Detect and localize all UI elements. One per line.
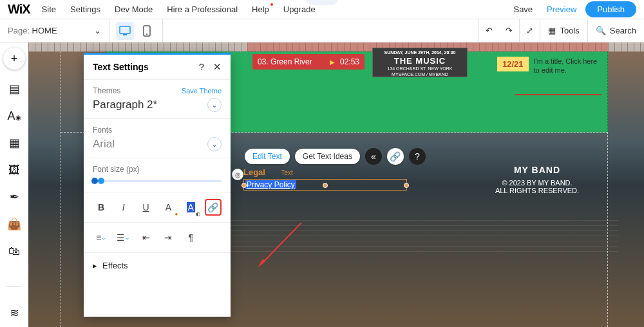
list-button[interactable]: ☰⌄	[115, 229, 132, 246]
event-date: 12/21	[497, 57, 529, 71]
privacy-policy-link[interactable]: Privacy Policy	[245, 180, 296, 189]
text-color-button[interactable]: A●	[160, 199, 176, 216]
resize-handle[interactable]	[242, 183, 247, 188]
menu-settings[interactable]: Settings	[70, 5, 100, 14]
font-value: Arial	[93, 138, 115, 151]
tools-button[interactable]: ▦Tools	[540, 19, 587, 42]
indent-less-button[interactable]: ⇤	[138, 229, 155, 246]
play-icon[interactable]: ▶	[330, 59, 335, 66]
collapse-icon: ⤢	[526, 26, 533, 35]
effects-row[interactable]: ▸ Effects	[84, 253, 231, 278]
svg-rect-0	[120, 26, 130, 33]
fonts-section: Fonts Arial ⌄	[84, 119, 231, 158]
pen-icon: ✒	[10, 190, 19, 204]
flyer-url: MYSPACE.COM / MYBAND	[373, 72, 467, 78]
undo-button[interactable]: ↶	[478, 19, 499, 42]
media-button[interactable]: 🖼	[6, 162, 22, 178]
help-pill-button[interactable]: ?	[409, 148, 426, 165]
theme-value: Paragraph 2*	[93, 98, 157, 111]
copyright-text: © 2023 BY MY BAND.	[479, 179, 595, 187]
event-underline	[515, 94, 601, 95]
editor-toolbar: Page: HOME ⌄ ↶ ↷ ⤢ ▦Tools 🔍Search	[0, 19, 644, 42]
element-type-label: Text	[281, 169, 292, 176]
caret-right-icon: ▸	[93, 261, 97, 270]
desktop-icon	[119, 26, 131, 36]
svg-marker-5	[258, 259, 265, 268]
get-text-ideas-button[interactable]: Get Text Ideas	[295, 149, 360, 164]
grid-icon: ▦	[9, 136, 20, 150]
themes-label: Themes	[93, 86, 120, 95]
indent-more-button[interactable]: ⇥	[160, 229, 176, 246]
align-button[interactable]: ≡⌄	[93, 229, 109, 246]
layers-icon: ≋	[10, 306, 19, 320]
add-element-button[interactable]: +	[3, 48, 25, 70]
save-button[interactable]: Save	[513, 5, 533, 14]
water-decor	[209, 220, 618, 252]
panel-title: Text Settings	[93, 62, 149, 72]
question-icon: ?	[415, 151, 420, 162]
animation-button[interactable]: «	[365, 148, 382, 165]
mobile-view-button[interactable]	[138, 22, 156, 40]
design-button[interactable]: A◉	[6, 108, 22, 124]
redo-button[interactable]: ↷	[499, 19, 519, 42]
preview-button[interactable]: Preview	[547, 5, 576, 14]
fontsize-slider[interactable]	[93, 176, 222, 185]
event-flyer[interactable]: SUNDAY, JUNE 29TH, 2014, 20:00 THE MUSIC…	[372, 48, 468, 77]
direction-button[interactable]: ¶	[182, 229, 199, 246]
blog-button[interactable]: ✒	[6, 189, 22, 205]
flyer-address: 134 ORCHARD ST. NEW YORK	[373, 66, 467, 72]
theme-dropdown-button[interactable]: ⌄	[207, 98, 222, 112]
link-icon: 🔗	[390, 151, 401, 162]
edit-text-button[interactable]: Edit Text	[245, 149, 290, 164]
track-duration: 02:53	[340, 57, 359, 66]
band-footer[interactable]: MY BAND © 2023 BY MY BAND. ALL RIGHTS RE…	[479, 165, 595, 194]
menu-devmode[interactable]: Dev Mode	[115, 5, 153, 14]
format-row-1: B I U A● A◐ 🔗	[84, 192, 231, 223]
sparkle-icon: «	[371, 151, 376, 162]
search-button[interactable]: 🔍Search	[587, 19, 644, 42]
legal-text-element[interactable]: Legal Text Privacy Policy	[243, 166, 407, 191]
viewport-toggle	[109, 19, 163, 42]
link-button[interactable]: 🔗	[205, 199, 222, 216]
menu-site[interactable]: Site	[42, 5, 56, 14]
link-pill-button[interactable]: 🔗	[387, 148, 404, 165]
flyer-date: SUNDAY, JUNE 29TH, 2014, 20:00	[373, 50, 467, 56]
tab-notch	[307, 0, 337, 5]
mobile-icon	[143, 25, 151, 37]
chevron-down-icon: ⌄	[211, 140, 218, 149]
close-icon: ✕	[213, 61, 222, 72]
store-button[interactable]: 👜	[6, 216, 22, 232]
save-theme-link[interactable]: Save Theme	[182, 87, 222, 95]
bold-button[interactable]: B	[93, 199, 109, 216]
pages-button[interactable]: ▤	[6, 81, 22, 97]
page-selector[interactable]: Page: HOME ⌄	[0, 19, 109, 42]
underline-button[interactable]: U	[138, 199, 155, 216]
publish-button[interactable]: Publish	[585, 1, 636, 17]
bookings-button[interactable]: 🛍	[6, 243, 22, 259]
highlight-button[interactable]: A◐	[182, 199, 199, 216]
font-dropdown-button[interactable]: ⌄	[207, 137, 222, 151]
resize-handle[interactable]	[404, 183, 409, 188]
menu-help[interactable]: Help	[252, 5, 269, 14]
desktop-view-button[interactable]	[116, 22, 134, 40]
apps-button[interactable]: ▦	[6, 135, 22, 151]
italic-button[interactable]: I	[115, 199, 132, 216]
panel-help-button[interactable]: ?	[199, 61, 204, 73]
element-tag[interactable]: ◎	[232, 169, 243, 180]
layers-button[interactable]: ≋	[6, 305, 22, 321]
zoom-out-button[interactable]: ⤢	[519, 19, 540, 42]
paintdrop-icon: A◉	[7, 109, 21, 123]
fontsize-section: Font size (px)	[84, 158, 231, 192]
wix-logo[interactable]: WiX	[8, 2, 30, 17]
resize-handle[interactable]	[323, 183, 328, 188]
event-item[interactable]: 12/21 I'm a title, Click here to edit me…	[497, 57, 599, 80]
text-settings-panel: Text Settings ? ✕ ThemesSave Theme Parag…	[84, 53, 231, 317]
fontsize-label: Font size (px)	[93, 165, 140, 174]
panel-close-button[interactable]: ✕	[213, 61, 222, 73]
fonts-label: Fonts	[93, 126, 112, 135]
search-icon: 🔍	[596, 26, 606, 35]
menu-hire-pro[interactable]: Hire a Professional	[167, 5, 238, 14]
menu-upgrade[interactable]: Upgrade	[283, 5, 316, 14]
event-text: I'm a title, Click here to edit me.	[534, 57, 599, 75]
music-track-bar[interactable]: 03. Green River ▶ 02:53	[252, 54, 365, 70]
